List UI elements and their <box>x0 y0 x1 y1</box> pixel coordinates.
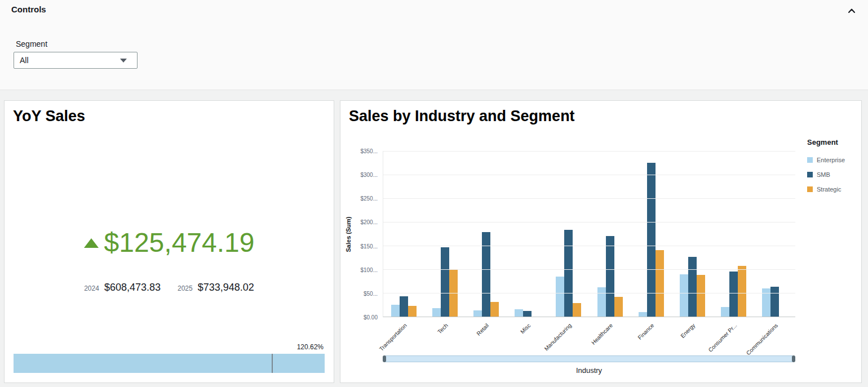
x-axis-category-label: Tech <box>436 322 449 335</box>
y-tick-label: $350... <box>360 148 378 154</box>
legend-swatch <box>807 157 813 163</box>
bar-strategic[interactable] <box>614 297 623 317</box>
chevron-down-icon <box>120 59 127 63</box>
chart-legend: Segment EnterpriseSMBStrategic <box>807 138 861 201</box>
kpi-main-value-row: $125,474.19 <box>5 229 334 256</box>
y-axis-labels: $350...$300...$250...$200...$150...$100.… <box>340 151 380 317</box>
bar-enterprise[interactable] <box>391 305 400 317</box>
bar-enterprise[interactable] <box>721 307 729 317</box>
bar-group <box>466 151 507 317</box>
legend-item-strategic[interactable]: Strategic <box>807 186 861 193</box>
kpi-title: YoY Sales <box>13 108 85 125</box>
trend-up-icon <box>84 238 99 248</box>
slider-handle-right[interactable] <box>792 355 795 362</box>
x-axis-label-cell: Transportation <box>383 318 424 355</box>
legend-label: Enterprise <box>817 157 845 163</box>
kpi-comparison-2024: 2024 $608,473.83 <box>84 282 161 293</box>
bar-enterprise[interactable] <box>515 309 523 317</box>
bar-groups <box>383 151 795 317</box>
controls-section: Controls Segment All <box>0 0 868 90</box>
legend-item-smb[interactable]: SMB <box>807 171 861 178</box>
bar-strategic[interactable] <box>738 266 746 317</box>
gridline <box>383 246 795 246</box>
bar-enterprise[interactable] <box>597 287 606 317</box>
x-axis-title: Industry <box>383 366 795 375</box>
chart-card-sales-by-industry: Sales by Industry and Segment Sales (Sum… <box>340 100 862 383</box>
x-axis-category-label: Retail <box>476 322 490 337</box>
bar-enterprise[interactable] <box>556 277 564 317</box>
bar-smb[interactable] <box>441 247 449 317</box>
gridline <box>383 269 795 270</box>
y-tick-label: $200... <box>360 219 378 225</box>
bar-strategic[interactable] <box>490 302 499 317</box>
legend-title: Segment <box>807 138 861 146</box>
bar-group <box>507 151 548 317</box>
bar-strategic[interactable] <box>408 306 417 317</box>
kpi-year-value: $733,948.02 <box>198 282 254 293</box>
bar-smb[interactable] <box>400 296 408 317</box>
bar-enterprise[interactable] <box>639 312 647 317</box>
controls-title: Controls <box>11 5 46 14</box>
x-axis-category-label: Healthcare <box>590 322 614 346</box>
kpi-year-label: 2025 <box>178 284 193 292</box>
chart-title: Sales by Industry and Segment <box>349 108 575 125</box>
bar-enterprise[interactable] <box>432 308 441 317</box>
gridline <box>383 222 795 223</box>
y-tick-label: $100... <box>360 266 378 273</box>
x-axis-label-cell: Communications <box>754 318 795 355</box>
bar-group <box>754 151 795 317</box>
chart-range-slider[interactable] <box>383 355 795 362</box>
collapse-controls-button[interactable] <box>845 5 858 17</box>
bar-group <box>548 151 589 317</box>
bar-strategic[interactable] <box>697 275 705 317</box>
kpi-comparison-2025: 2025 $733,948.02 <box>178 282 254 293</box>
x-axis-labels: TransportationTechRetailMiscManufacturin… <box>383 318 795 355</box>
kpi-progress-bar <box>14 354 325 373</box>
segment-dropdown-value: All <box>20 56 120 65</box>
bar-smb[interactable] <box>729 272 738 317</box>
bar-strategic[interactable] <box>656 250 664 317</box>
bar-enterprise[interactable] <box>473 310 482 317</box>
bar-smb[interactable] <box>523 311 532 317</box>
y-tick-label: $150... <box>360 243 378 249</box>
segment-filter-label: Segment <box>16 39 47 48</box>
bar-group <box>589 151 630 317</box>
gridline <box>383 175 795 175</box>
bar-smb[interactable] <box>606 236 614 317</box>
x-axis-category-label: Energy <box>680 322 697 339</box>
slider-handle-left[interactable] <box>383 355 386 362</box>
bar-smb[interactable] <box>647 163 656 317</box>
x-axis-label-cell: Tech <box>424 318 465 355</box>
bar-smb[interactable] <box>770 287 779 317</box>
kpi-year-value: $608,473.83 <box>104 282 161 293</box>
y-tick-label: $300... <box>360 172 378 178</box>
legend-label: SMB <box>817 171 830 178</box>
gridline <box>383 151 795 152</box>
x-axis-label-cell: Misc <box>507 318 548 355</box>
bar-smb[interactable] <box>564 230 573 317</box>
kpi-progress-percent-label: 120.62% <box>297 343 324 351</box>
bar-strategic[interactable] <box>573 303 581 317</box>
y-tick-label: $0.00 <box>364 314 378 321</box>
x-axis-label-cell: Healthcare <box>589 318 630 355</box>
kpi-card-yoy-sales: YoY Sales $125,474.19 2024 $608,473.83 2… <box>4 100 334 383</box>
kpi-value: $125,474.19 <box>104 229 255 256</box>
x-axis-category-label: Transportation <box>378 322 408 352</box>
bar-enterprise[interactable] <box>680 274 688 317</box>
y-tick-label: $250... <box>360 195 378 202</box>
bar-smb[interactable] <box>688 257 697 317</box>
gridline <box>383 198 795 199</box>
x-axis-category-label: Manufacturing <box>543 322 573 352</box>
bar-group <box>383 151 424 317</box>
segment-dropdown[interactable]: All <box>14 52 138 69</box>
x-axis-label-cell: Retail <box>465 318 506 355</box>
bar-smb[interactable] <box>482 232 490 317</box>
bar-group <box>424 151 466 317</box>
x-axis-label-cell: Manufacturing <box>548 318 589 355</box>
legend-swatch <box>807 186 813 192</box>
legend-item-enterprise[interactable]: Enterprise <box>807 157 861 163</box>
x-axis-category-label: Finance <box>637 322 656 341</box>
kpi-comparison-row: 2024 $608,473.83 2025 $733,948.02 <box>5 282 334 293</box>
chart-plot-area <box>383 151 795 317</box>
gridline <box>383 293 795 293</box>
